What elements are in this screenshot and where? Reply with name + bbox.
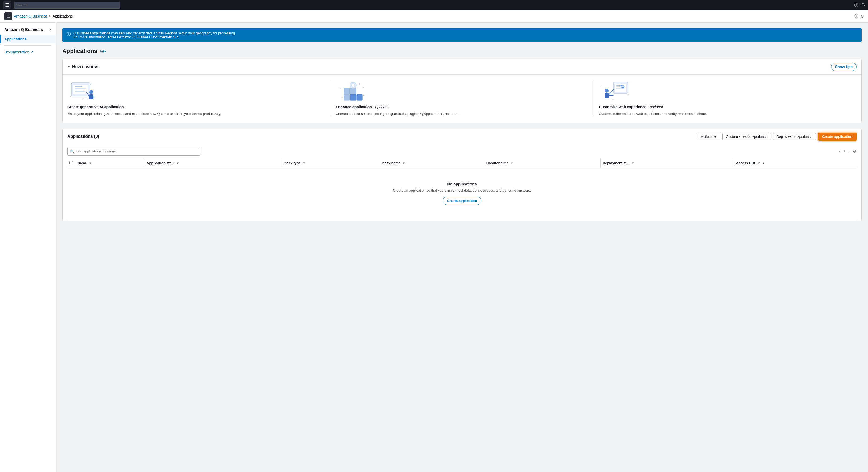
page-title-row: Applications Info [62,48,862,55]
applications-table-title: Applications (0) [67,134,99,139]
sidebar-collapse-button[interactable]: ‹ [50,27,51,32]
applications-data-table: Name ▼ Application sta... ▼ Index type ▼ [67,158,857,221]
sidebar: Amazon Q Business ‹ Applications Documen… [0,23,56,472]
th-name: Name ▼ [75,158,145,168]
sort-index-name-button[interactable]: ▼ [402,161,405,165]
applications-table-actions: Actions ▼ Customize web experience Deplo… [698,132,857,141]
th-application-status: Application sta... ▼ [145,158,281,168]
breadcrumb-parent-link[interactable]: Amazon Q Business [14,14,48,18]
svg-rect-7 [89,94,93,99]
breadcrumb-right-icons: ⓘ G [855,14,864,19]
svg-rect-5 [74,91,85,92]
how-it-works-title: ▼ How it works [67,64,98,69]
empty-state-row: No applications Create an application so… [67,168,857,221]
breadcrumb-globe-icon[interactable]: G [861,14,864,18]
step2-title: Enhance application - optional [336,105,588,109]
svg-text:×: × [601,85,603,87]
svg-point-36 [605,89,609,93]
empty-state-desc: Create an application so that you can co… [69,188,855,192]
step3-illustration: × × ◇ [599,80,631,104]
sidebar-title: Amazon Q Business [4,27,43,32]
create-application-button[interactable]: Create application [818,132,857,141]
sidebar-item-applications[interactable]: Applications [0,35,56,43]
svg-point-6 [89,90,93,94]
step2-illustration: ✦ ✦ × × ◇ [336,80,368,104]
empty-state-title: No applications [69,182,855,186]
step3-title: Customize web experience - optional [599,105,851,109]
info-banner-link[interactable]: Amazon Q Business Documentation ↗ [119,35,178,39]
svg-text:✦: ✦ [359,83,361,86]
prev-page-button[interactable]: ‹ [837,148,842,155]
sort-creation-time-button[interactable]: ▼ [510,161,513,165]
svg-line-39 [609,89,614,95]
svg-rect-18 [350,88,356,94]
svg-rect-37 [604,93,609,98]
svg-text:×: × [90,83,92,86]
how-it-works-step-3: × × ◇ Customize web experience - optiona… [593,80,857,117]
svg-text:×: × [70,96,71,98]
actions-dropdown-button[interactable]: Actions ▼ [698,133,721,140]
svg-rect-4 [74,90,84,91]
page-title: Applications [62,48,97,55]
hamburger-menu[interactable]: ☰ [3,1,11,9]
step1-title: Create generative AI application [67,105,325,109]
how-it-works-step-1: × × × ◇ Create generative AI application… [67,80,331,117]
customize-web-experience-button[interactable]: Customize web experience [722,133,771,140]
info-banner: ⓘ Q Business applications may securely t… [62,28,862,42]
page-title-info-link[interactable]: Info [100,49,106,53]
applications-table-header: Applications (0) Actions ▼ Customize web… [63,129,861,145]
globe-icon[interactable]: G [862,3,865,7]
how-it-works-card: ▼ How it works Show tips [62,59,862,123]
th-checkbox [67,158,75,168]
top-nav-right: ⓘ G [854,2,865,8]
th-creation-time: Creation time ▼ [484,158,600,168]
sidebar-divider [4,45,51,46]
svg-text:×: × [70,82,72,85]
svg-rect-34 [621,87,622,88]
how-it-works-grid: × × × ◇ Create generative AI application… [63,75,861,123]
svg-rect-32 [621,85,622,87]
applications-search-input[interactable] [67,147,200,156]
sort-deployment-status-button[interactable]: ▼ [631,161,634,165]
top-nav: ☰ ⓘ G [0,0,868,10]
help-icon[interactable]: ⓘ [854,2,859,8]
sort-name-button[interactable]: ▼ [89,161,92,165]
empty-state-create-button[interactable]: Create application [442,197,482,205]
page-number: 1 [843,149,845,153]
sort-status-button[interactable]: ▼ [177,161,179,165]
svg-text:×: × [627,94,629,96]
th-index-type: Index type ▼ [281,158,379,168]
collapse-arrow-icon[interactable]: ▼ [67,65,70,69]
svg-text:✦: ✦ [363,87,364,88]
applications-table-card: Applications (0) Actions ▼ Customize web… [62,128,862,221]
breadcrumb-separator: > [49,14,51,18]
how-it-works-step-2: ✦ ✦ × × ◇ [331,80,594,117]
select-all-checkbox[interactable] [69,161,73,164]
svg-rect-9 [93,97,95,97]
actions-dropdown-icon: ▼ [713,135,717,138]
svg-rect-33 [622,85,624,87]
svg-text:×: × [363,94,365,97]
table-settings-button[interactable]: ⚙ [853,149,857,154]
sort-access-url-button[interactable]: ▼ [762,161,765,165]
th-access-url: Access URL ↗ ▼ [734,158,857,168]
sidebar-item-documentation[interactable]: Documentation ↗ [0,48,56,56]
sidebar-toggle-icon[interactable]: ☰ [4,12,12,20]
deploy-web-experience-button[interactable]: Deploy web experience [773,133,816,140]
th-index-name: Index name ▼ [379,158,484,168]
sort-index-type-button[interactable]: ▼ [303,161,306,165]
next-page-button[interactable]: › [847,148,851,155]
breadcrumb-current: Applications [53,14,73,18]
svg-rect-38 [609,95,614,96]
global-search-input[interactable] [14,2,120,8]
info-banner-icon: ⓘ [66,31,71,37]
step1-desc: Name your application, grant access, and… [67,111,325,117]
svg-rect-19 [344,94,350,100]
svg-text:×: × [340,87,341,89]
svg-text:◇: ◇ [82,97,84,100]
show-tips-button[interactable]: Show tips [831,63,857,71]
breadcrumb-info-icon[interactable]: ⓘ [855,14,858,19]
svg-rect-21 [356,94,363,100]
empty-state: No applications Create an application so… [69,171,855,218]
svg-rect-2 [74,86,83,87]
